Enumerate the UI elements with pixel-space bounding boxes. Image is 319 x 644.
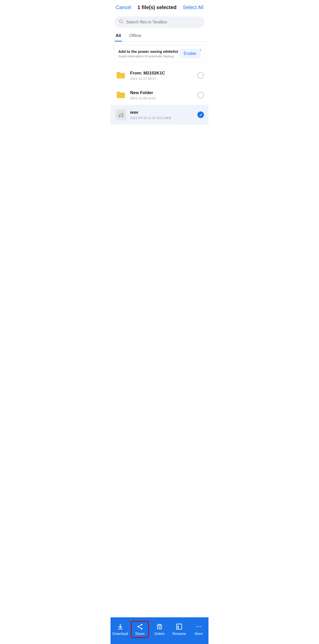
download-icon [117,623,124,630]
banner-content: Add to the power saving whitelist Avoid … [118,49,179,58]
file-checkbox-checked[interactable] [197,111,204,118]
search-container [111,14,208,31]
more-icon [195,623,202,630]
list-item[interactable]: New Folder 2021-11-29 14:51 [111,85,208,105]
file-name: wav [130,110,194,115]
share-wrapper: Share [131,621,149,638]
delete-icon [156,623,163,630]
delete-button[interactable]: Delete [150,623,169,636]
file-list: From: M2102K1C 2021-11-27 18:17 New Fold… [111,66,208,125]
cancel-button[interactable]: Cancel [116,5,131,10]
file-info: New Folder 2021-11-29 14:51 [130,90,194,100]
folder-icon [115,89,127,101]
svg-point-15 [198,626,199,627]
audio-file-icon [115,109,127,120]
more-button[interactable]: More [189,623,208,636]
svg-text:I: I [178,625,179,629]
more-label: More [195,632,203,636]
rename-label: Rename [173,632,186,636]
share-button[interactable]: Share [130,621,150,638]
banner-close-icon[interactable]: × [199,48,202,52]
search-icon [119,19,124,25]
tab-offline[interactable]: Offline [128,31,142,41]
file-meta: 2021-11-29 14:51 [130,96,194,100]
file-info: wav 2022-03-16 11:31 933.14KB [130,110,194,120]
download-button[interactable]: Download [111,623,130,636]
download-label: Download [113,632,128,636]
svg-line-6 [139,625,141,626]
folder-icon [115,70,127,81]
list-item[interactable]: From: M2102K1C 2021-11-27 18:17 [111,66,208,85]
tab-all[interactable]: All [115,31,122,41]
file-checkbox[interactable] [197,92,204,98]
file-name: New Folder [130,90,194,95]
select-all-button[interactable]: Select All [183,5,203,10]
rename-button[interactable]: I Rename [169,623,189,636]
svg-rect-12 [177,624,182,629]
search-bar[interactable] [115,16,204,28]
list-item[interactable]: wav 2022-03-16 11:31 933.14KB [111,105,208,125]
file-checkbox[interactable] [197,72,204,79]
svg-point-16 [200,626,201,627]
svg-rect-2 [117,111,125,119]
rename-icon: I [176,623,183,630]
delete-label: Delete [154,632,165,636]
file-info: From: M2102K1C 2021-11-27 18:17 [130,71,194,80]
enable-button[interactable]: Enable [179,49,201,58]
power-saving-banner: Add to the power saving whitelist Avoid … [114,45,205,62]
svg-line-1 [122,22,123,24]
tabs: All Offline [111,31,208,42]
file-meta: 2021-11-27 18:17 [130,77,194,80]
page-title: 1 file(s) selected [137,5,177,10]
bottom-toolbar: Download Share [111,617,208,644]
search-input[interactable] [126,20,200,24]
banner-subtitle: Avoid interruption of automatic backup [118,54,179,58]
share-icon [136,623,143,630]
svg-point-14 [196,626,197,627]
header: Cancel 1 file(s) selected Select All [111,0,208,14]
svg-line-7 [139,627,141,628]
file-meta: 2022-03-16 11:31 933.14KB [130,116,194,120]
svg-rect-9 [157,625,162,629]
share-label: Share [135,632,144,636]
banner-title: Add to the power saving whitelist [118,49,179,54]
file-name: From: M2102K1C [130,71,194,76]
